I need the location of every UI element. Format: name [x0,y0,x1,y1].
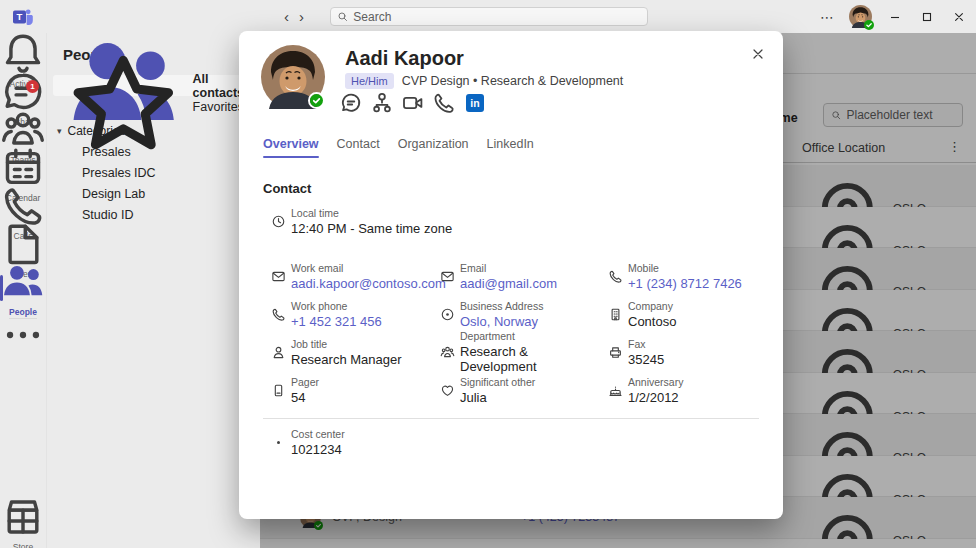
contact-name: Aadi Kapoor [345,47,464,70]
People[interactable]: People [0,269,46,307]
Favorites[interactable]: Favorites [53,96,254,117]
teams-logo: T [12,6,34,28]
contact-field: Email aadi@gmail.com [440,261,608,291]
search-input[interactable] [353,10,641,24]
field-icon [271,345,286,360]
contact-field: Mobile +1 (234) 8712 7426 [608,261,759,291]
org-chart-button[interactable] [370,91,394,115]
svg-text:T: T [17,11,23,22]
Presales IDC[interactable]: Presales IDC [53,162,254,183]
bullet-icon [271,435,286,450]
contact-field: Company Contoso [608,299,759,329]
contact-field: Business Address Oslo, Norway [440,299,608,329]
field-icon [440,345,455,360]
Design Lab[interactable]: Design Lab [53,183,254,204]
presence-available-icon [308,92,325,109]
close-icon[interactable] [747,43,769,65]
contact-field: Fax 35245 [608,337,759,367]
field-icon [608,307,623,322]
field-icon [440,307,455,322]
field-icon [271,307,286,322]
field-icon [608,345,623,360]
audio-call-button[interactable] [432,91,456,115]
contact-field: Anniversary 1/2/2012 [608,375,759,405]
user-avatar[interactable] [849,5,872,28]
field-icon [440,383,455,398]
LinkedIn[interactable]: LinkedIn [487,137,534,158]
people-panel: People All contacts Favorites ▾ Categori… [46,33,260,548]
presence-available-icon [864,20,874,30]
section-divider [263,418,759,419]
field-icon [608,383,623,398]
contact-field: Department Research & Development [440,337,608,367]
forward-icon[interactable]: › [299,9,304,25]
global-search[interactable] [330,7,648,26]
contact-subtitle: CVP Design • Research & Development [402,74,624,88]
contact-field: Pager 54 [271,375,440,405]
close-window-button[interactable] [950,8,968,26]
Overview[interactable]: Overview [263,137,319,158]
pronoun-badge: He/Him [345,73,394,89]
back-icon[interactable]: ‹ [284,9,289,25]
contact-field: Significant other Julia [440,375,608,405]
unread-badge: 1 [26,80,39,93]
cost-center-field: Cost center 1021234 [263,427,759,457]
contact-field: Work phone +1 452 321 456 [271,299,440,329]
caret-down-icon: ▾ [57,126,62,136]
linkedin-button[interactable]: in [463,91,487,115]
contact-field: Work email aadi.kapoor@contoso.com [271,261,440,291]
Contact[interactable]: Contact [337,137,380,158]
field-icon [271,383,286,398]
app-rail: Activity Chat 1 Teams Calendar Calls [0,33,46,548]
contact-card-modal: Aadi Kapoor He/Him CVP Design • Research… [239,31,783,519]
contact-photo [261,45,325,109]
linkedin-icon: in [466,94,484,112]
contact-section-title: Contact [263,181,759,196]
more-options-icon[interactable]: ⋯ [820,9,835,25]
chat-action-button[interactable] [339,91,363,115]
field-icon [271,269,286,284]
Studio ID[interactable]: Studio ID [53,204,254,225]
minimize-button[interactable] [886,8,904,26]
title-bar: T ‹ › ⋯ [0,0,976,33]
contact-field: Job title Research Manager [271,337,440,367]
video-call-button[interactable] [401,91,425,115]
store-button[interactable]: Store [0,504,46,542]
local-time-field: Local time 12:40 PM - Same time zone [263,206,759,236]
search-icon [337,11,348,22]
maximize-button[interactable] [918,8,936,26]
more-apps-icon[interactable] [0,322,46,348]
clock-icon [271,214,286,229]
field-icon [608,269,623,284]
Organization[interactable]: Organization [398,137,469,158]
field-icon [440,269,455,284]
